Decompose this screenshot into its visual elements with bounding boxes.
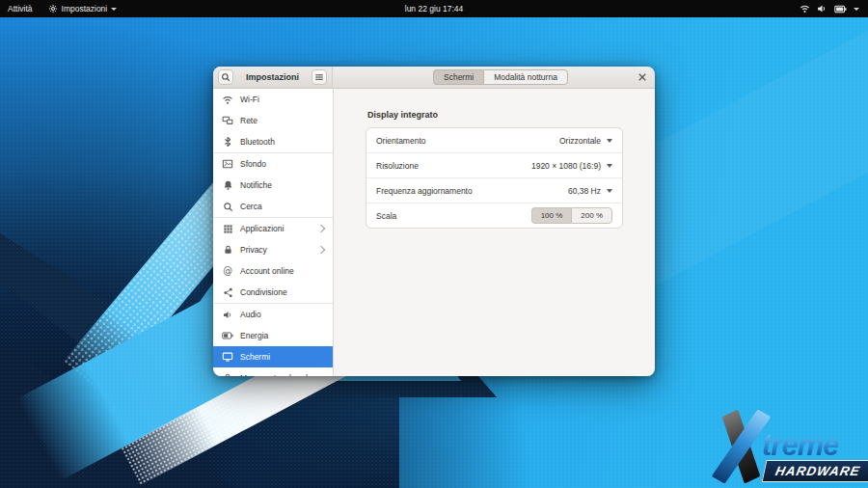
row-label: Frequenza aggiornamento — [376, 186, 473, 196]
bell-icon — [222, 179, 233, 191]
chevron-right-icon — [317, 246, 325, 254]
image-icon — [222, 158, 233, 170]
activities-button[interactable]: Attività — [0, 0, 41, 17]
volume-icon — [817, 4, 827, 14]
share-icon — [222, 286, 233, 298]
settings-sidebar: Wi-Fi Rete Bluetooth Sfondo Notifiche — [213, 89, 334, 376]
sidebar-item-label: Notifiche — [240, 180, 272, 190]
svg-text:@: @ — [223, 265, 232, 276]
search-button[interactable] — [218, 69, 233, 85]
sidebar-item-label: Sfondo — [240, 159, 266, 169]
speaker-icon — [222, 309, 233, 320]
setting-row-resolution: Risoluzione 1920 × 1080 (16:9) — [366, 152, 622, 177]
dropdown-value: Orizzontale — [559, 136, 601, 146]
chevron-down-icon — [607, 189, 612, 193]
window-body: Wi-Fi Rete Bluetooth Sfondo Notifiche — [213, 89, 655, 376]
xtreme-hardware-watermark: treme HARDWARE — [706, 409, 868, 486]
sidebar-item-mouse-touchpad[interactable]: Mouse e touchpad — [213, 367, 333, 376]
settings-window: Impostazioni Schermi Modalità notturna W… — [213, 67, 655, 376]
row-label: Risoluzione — [376, 161, 419, 171]
sidebar-item-label: Applicazioni — [240, 224, 284, 233]
resolution-dropdown[interactable]: 1920 × 1080 (16:9) — [531, 161, 612, 171]
refresh-rate-dropdown[interactable]: 60,38 Hz — [568, 186, 612, 196]
system-status-area[interactable] — [800, 0, 868, 17]
sidebar-item-condivisione[interactable]: Condivisione — [213, 282, 333, 303]
battery-icon — [222, 330, 233, 341]
watermark-hardware-badge: HARDWARE — [762, 460, 868, 482]
orientation-dropdown[interactable]: Orizzontale — [559, 136, 612, 146]
row-label: Scala — [376, 211, 396, 221]
setting-row-orientation: Orientamento Orizzontale — [366, 128, 622, 152]
search-icon — [222, 201, 233, 212]
sidebar-item-privacy[interactable]: Privacy — [213, 239, 333, 260]
gnome-top-bar: Attività Impostazioni lun 22 giu 17:44 — [0, 0, 868, 17]
titlebar[interactable]: Impostazioni Schermi Modalità notturna — [213, 67, 655, 89]
clock-button[interactable]: lun 22 giu 17:44 — [397, 0, 472, 17]
sidebar-item-label: Privacy — [240, 245, 267, 255]
sidebar-item-label: Mouse e touchpad — [240, 373, 308, 376]
network-icon — [222, 115, 233, 126]
sidebar-item-wifi[interactable]: Wi-Fi — [213, 89, 333, 110]
menu-button[interactable] — [312, 69, 327, 85]
close-button[interactable] — [637, 71, 648, 83]
chevron-down-icon — [607, 139, 612, 143]
monitor-icon — [222, 351, 233, 363]
app-menu-label: Impostazioni — [62, 4, 108, 14]
app-menu-button[interactable]: Impostazioni — [41, 0, 125, 17]
tab-modalita-notturna[interactable]: Modalità notturna — [483, 69, 568, 85]
sidebar-item-label: Cerca — [240, 202, 262, 211]
chevron-down-icon — [854, 8, 859, 11]
scale-100-button[interactable]: 100 % — [531, 207, 572, 224]
sidebar-item-energia[interactable]: Energia — [213, 325, 333, 346]
view-switcher: Schermi Modalità notturna — [433, 69, 568, 85]
dropdown-value: 1920 × 1080 (16:9) — [531, 161, 601, 171]
bluetooth-icon — [222, 136, 233, 148]
sidebar-item-label: Account online — [240, 266, 294, 276]
sidebar-item-rete[interactable]: Rete — [213, 110, 333, 131]
gear-icon — [48, 4, 58, 14]
panel-heading: Display integrato — [367, 110, 623, 120]
sidebar-item-account-online[interactable]: @ Account online — [213, 260, 333, 282]
clock-label: lun 22 giu 17:44 — [405, 4, 464, 14]
sidebar-item-notifiche[interactable]: Notifiche — [213, 175, 333, 196]
sidebar-item-audio[interactable]: Audio — [213, 304, 333, 325]
chevron-down-icon — [111, 8, 117, 11]
display-settings-card: Orientamento Orizzontale Risoluzione 192… — [366, 127, 623, 229]
sidebar-item-label: Rete — [240, 116, 258, 125]
sidebar-item-label: Wi-Fi — [240, 95, 259, 104]
sidebar-item-label: Schermi — [240, 352, 270, 362]
battery-icon — [834, 5, 847, 14]
setting-row-refresh-rate: Frequenza aggiornamento 60,38 Hz — [366, 177, 622, 203]
sidebar-item-label: Energia — [240, 331, 268, 340]
watermark-hardware-text: HARDWARE — [774, 464, 862, 478]
at-icon: @ — [222, 265, 233, 277]
chevron-right-icon — [317, 225, 325, 232]
chevron-down-icon — [607, 164, 612, 168]
scale-segmented-control: 100 % 200 % — [531, 207, 612, 224]
setting-row-scale: Scala 100 % 200 % — [366, 203, 622, 228]
apps-grid-icon — [222, 223, 233, 234]
sidebar-item-label: Audio — [240, 310, 261, 319]
sidebar-item-label: Bluetooth — [240, 137, 275, 147]
sidebar-item-schermi[interactable]: Schermi — [213, 346, 333, 367]
activities-label: Attività — [8, 4, 33, 14]
lock-icon — [222, 244, 233, 256]
sidebar-item-bluetooth[interactable]: Bluetooth — [213, 131, 333, 152]
display-settings-panel: Display integrato Orientamento Orizzonta… — [334, 89, 655, 376]
row-label: Orientamento — [376, 136, 426, 146]
window-title: Impostazioni — [246, 72, 299, 82]
sidebar-item-sfondo[interactable]: Sfondo — [213, 153, 333, 175]
mouse-icon — [222, 372, 233, 376]
sidebar-item-cerca[interactable]: Cerca — [213, 196, 333, 217]
titlebar-sidebar-section: Impostazioni — [213, 67, 333, 88]
scale-200-button[interactable]: 200 % — [571, 207, 612, 224]
wifi-icon — [800, 4, 810, 14]
watermark-treme-text: treme — [762, 430, 838, 460]
tab-schermi[interactable]: Schermi — [433, 69, 483, 85]
sidebar-item-label: Condivisione — [240, 287, 287, 297]
sidebar-item-applicazioni[interactable]: Applicazioni — [213, 218, 333, 239]
wifi-icon — [222, 94, 233, 105]
dropdown-value: 60,38 Hz — [568, 186, 601, 196]
